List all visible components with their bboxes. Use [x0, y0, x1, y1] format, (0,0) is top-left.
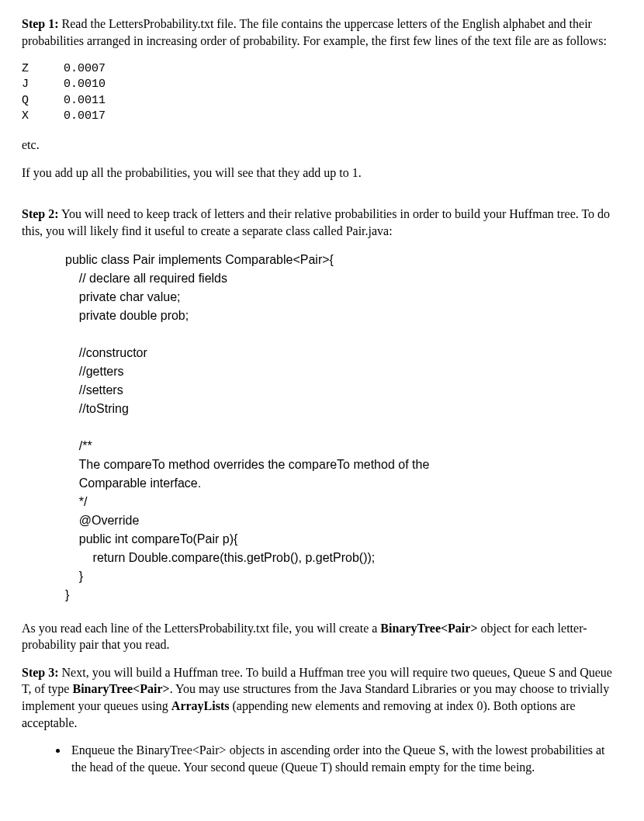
after-code-bold1: BinaryTree<Pair>	[380, 622, 477, 635]
step3-bold2: ArrayLists	[171, 699, 230, 712]
step3-label: Step 3:	[22, 666, 59, 679]
step1-paragraph: Step 1: Read the LettersProbability.txt …	[22, 16, 622, 49]
step2-text: You will need to keep track of letters a…	[22, 207, 610, 237]
step3-bullets: Enqueue the BinaryTree<Pair> objects in …	[22, 742, 622, 775]
step1-text: Read the LettersProbability.txt file. Th…	[22, 17, 607, 47]
list-item: Enqueue the BinaryTree<Pair> objects in …	[68, 742, 622, 775]
step2-paragraph: Step 2: You will need to keep track of l…	[22, 206, 622, 239]
probability-table: Z 0.0007 J 0.0010 Q 0.0011 X 0.0017	[22, 61, 622, 124]
step3-bold1: BinaryTree<Pair>	[72, 682, 169, 695]
after-code-paragraph: As you read each line of the LettersProb…	[22, 620, 622, 653]
after-code-pre: As you read each line of the LettersProb…	[22, 622, 380, 635]
etc-text: etc.	[22, 137, 622, 154]
step3-paragraph: Step 3: Next, you will build a Huffman t…	[22, 664, 622, 731]
pair-class-code: public class Pair implements Comparable<…	[65, 251, 622, 604]
step2-label: Step 2:	[22, 207, 59, 220]
sum-note: If you add up all the probabilities, you…	[22, 165, 622, 182]
step1-label: Step 1:	[22, 17, 59, 30]
